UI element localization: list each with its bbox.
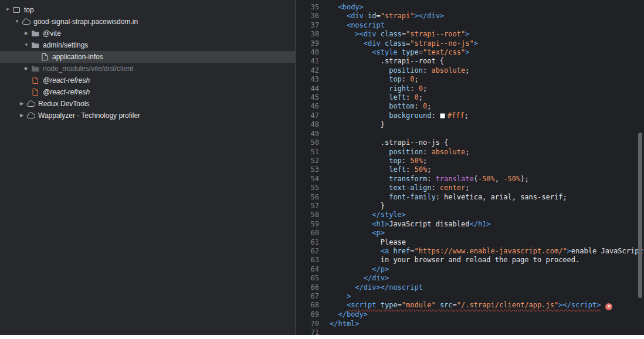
line-number[interactable]: 48 <box>296 120 325 129</box>
line-number[interactable]: 63 <box>296 256 325 265</box>
line-number[interactable]: 66 <box>296 283 325 292</box>
line-number[interactable]: 46 <box>296 102 325 111</box>
chevron-down-icon[interactable]: ▼ <box>13 16 21 28</box>
line-number[interactable]: 62 <box>296 247 325 256</box>
code-text[interactable]: </div></noscript <box>325 283 423 292</box>
code-text[interactable]: <script type="module" src="/.strapi/clie… <box>325 301 612 310</box>
code-line-38: 38 ><div class="strapi--root"> <box>296 30 644 39</box>
code-text[interactable]: } <box>325 202 385 211</box>
line-number[interactable]: 47 <box>296 111 325 120</box>
chevron-right-icon[interactable]: ▶ <box>22 28 30 39</box>
tree-item-redux-devtools[interactable]: ▶Redux DevTools <box>0 98 295 110</box>
code-line-60: 60 <p> <box>296 229 644 238</box>
line-number[interactable]: 52 <box>296 157 325 165</box>
code-text[interactable]: <style type="text/css"> <box>325 48 469 57</box>
tree-item-vite[interactable]: ▶@vite <box>0 28 295 39</box>
line-number[interactable]: 60 <box>296 229 325 238</box>
code-text[interactable]: top: 50%; <box>325 157 427 165</box>
code-text[interactable]: </style> <box>325 211 406 219</box>
line-number[interactable]: 37 <box>296 21 325 30</box>
line-number[interactable]: 71 <box>296 328 325 335</box>
line-number[interactable]: 43 <box>296 75 325 84</box>
code-text[interactable]: </p> <box>325 265 389 274</box>
tree-item-node-modules-vite-dist-client[interactable]: ▶node_modules/vite/dist/client <box>0 63 295 74</box>
code-text[interactable]: transform: translate(-50%, -50%); <box>325 175 529 184</box>
line-number[interactable]: 50 <box>296 138 325 147</box>
code-text[interactable]: </html> <box>325 320 360 328</box>
tree-item-react-refresh[interactable]: @react-refresh <box>0 74 295 86</box>
chevron-down-icon[interactable]: ▼ <box>22 39 30 51</box>
code-text[interactable]: top: 0; <box>325 75 419 84</box>
line-number[interactable]: 59 <box>296 220 325 229</box>
tree-item-admin-settings[interactable]: ▼admin/settings <box>0 39 295 51</box>
code-text[interactable]: Please <box>325 238 406 247</box>
color-swatch[interactable] <box>440 113 445 118</box>
code-text[interactable]: background: #fff; <box>325 111 469 120</box>
code-text[interactable]: in your browser and reload the page to p… <box>325 256 579 265</box>
line-number[interactable]: 67 <box>296 292 325 301</box>
code-text[interactable]: text-align: center; <box>325 184 469 192</box>
code-text[interactable]: </div> <box>325 274 389 283</box>
line-number[interactable]: 39 <box>296 39 325 48</box>
code-text[interactable]: .strapi--root { <box>325 57 444 66</box>
code-line-65: 65 </div> <box>296 274 644 283</box>
line-number[interactable]: 65 <box>296 274 325 283</box>
editor-scrollbar-thumb[interactable] <box>638 133 642 298</box>
code-text[interactable]: <noscript <box>325 21 385 30</box>
line-number[interactable]: 56 <box>296 193 325 202</box>
error-icon[interactable]: ✕ <box>605 303 612 310</box>
tree-item-top[interactable]: ▼top <box>0 4 295 16</box>
tree-item-good-signal-strapi-pacewisdom-in[interactable]: ▼good-signal-strapi.pacewisdom.in <box>0 16 295 28</box>
line-number[interactable]: 40 <box>296 48 325 57</box>
code-text[interactable]: left: 50%; <box>325 165 431 174</box>
line-number[interactable]: 70 <box>296 320 325 328</box>
code-text[interactable]: .strapi--no-js { <box>325 138 448 147</box>
code-text[interactable]: <h1>JavaScript disabled</h1> <box>325 220 491 229</box>
code-text[interactable]: > <box>325 292 351 301</box>
tree-item-react-refresh[interactable]: @react-refresh <box>0 86 295 98</box>
code-text[interactable] <box>325 130 330 138</box>
line-number[interactable]: 61 <box>296 238 325 247</box>
line-number[interactable]: 57 <box>296 202 325 211</box>
chevron-right-icon[interactable]: ▶ <box>22 63 30 74</box>
line-number[interactable]: 51 <box>296 148 325 157</box>
line-number[interactable]: 45 <box>296 93 325 102</box>
code-text[interactable]: bottom: 0; <box>325 102 431 111</box>
code-text[interactable]: left: 0; <box>325 93 423 102</box>
code-line-51: 51 position: absolute; <box>296 148 644 157</box>
line-number[interactable]: 42 <box>296 66 325 75</box>
line-number[interactable]: 53 <box>296 165 325 174</box>
code-line-63: 63 in your browser and reload the page t… <box>296 256 644 265</box>
code-text[interactable]: position: absolute; <box>325 148 469 157</box>
line-number[interactable]: 41 <box>296 57 325 66</box>
code-text[interactable]: <div id="strapi"></div> <box>325 12 444 21</box>
code-text[interactable]: font-family: helvetica, arial, sans-seri… <box>325 193 567 202</box>
code-line-36: 36 <div id="strapi"></div> <box>296 12 644 21</box>
code-text[interactable]: <p> <box>325 229 385 238</box>
line-number[interactable]: 38 <box>296 30 325 39</box>
tree-item-wappalyzer-technology-profiler[interactable]: ▶Wappalyzer - Technology profiler <box>0 110 295 121</box>
line-number[interactable]: 36 <box>296 12 325 21</box>
code-text[interactable]: <div class="strapi--no-js"> <box>325 39 478 48</box>
chevron-down-icon[interactable]: ▼ <box>4 4 12 16</box>
line-number[interactable]: 55 <box>296 184 325 192</box>
code-text[interactable]: </body> <box>325 310 368 319</box>
line-number[interactable]: 68 <box>296 301 325 310</box>
line-number[interactable]: 58 <box>296 211 325 219</box>
chevron-right-icon[interactable]: ▶ <box>18 98 26 110</box>
code-text[interactable]: position: absolute; <box>325 66 469 75</box>
line-number[interactable]: 69 <box>296 310 325 319</box>
chevron-right-icon[interactable]: ▶ <box>18 110 26 121</box>
line-number[interactable]: 64 <box>296 265 325 274</box>
code-text[interactable]: } <box>325 120 385 129</box>
code-text[interactable]: right: 0; <box>325 84 427 93</box>
tree-item-application-infos[interactable]: application-infos <box>0 51 295 63</box>
code-text[interactable] <box>325 328 330 335</box>
code-text[interactable]: <a href="https://www.enable-javascript.c… <box>325 247 644 256</box>
line-number[interactable]: 35 <box>296 3 325 12</box>
code-text[interactable]: ><div class="strapi--root"> <box>325 30 469 39</box>
line-number[interactable]: 54 <box>296 175 325 184</box>
line-number[interactable]: 44 <box>296 84 325 93</box>
code-text[interactable]: <body> <box>325 3 364 12</box>
line-number[interactable]: 49 <box>296 130 325 138</box>
